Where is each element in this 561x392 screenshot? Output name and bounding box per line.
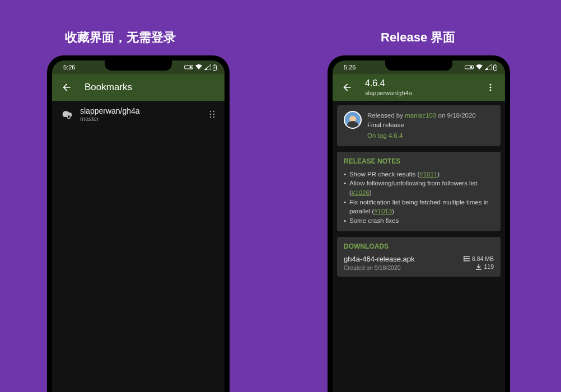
svg-point-1 (190, 66, 192, 68)
battery-icon (493, 64, 497, 71)
status-icons (465, 64, 497, 71)
download-item[interactable]: gh4a-464-release.apk Created on 9/18/202… (344, 255, 494, 271)
download-filename: gh4a-464-release.apk (344, 255, 464, 263)
caption-bookmarks: 收藏界面，无需登录 (65, 29, 176, 46)
release-notes-title: RELEASE NOTES (344, 157, 494, 165)
download-created: Created on 9/18/2020 (344, 264, 464, 271)
status-time: 5:26 (63, 64, 75, 71)
wifi-icon (475, 64, 483, 70)
svg-rect-19 (464, 258, 470, 259)
download-size: 6.84 MB (464, 255, 494, 263)
svg-point-10 (213, 116, 214, 118)
drag-icon (209, 110, 216, 118)
release-version: 4.6.4 (365, 78, 481, 88)
back-button[interactable] (338, 78, 356, 96)
release-tag-link[interactable]: On tag 4.6.4 (367, 131, 476, 141)
page-title: Bookmarks (85, 82, 132, 93)
svg-point-17 (489, 89, 491, 91)
status-bar: 5:26 (52, 60, 225, 74)
vpn-icon (465, 64, 474, 70)
svg-rect-0 (184, 66, 193, 69)
download-icon (476, 264, 481, 270)
svg-rect-22 (476, 269, 481, 270)
status-time: 5:26 (344, 64, 356, 71)
bookmark-name: slapperwan/gh4a (80, 106, 207, 115)
svg-point-8 (213, 114, 214, 115)
status-bar: 5:26 (333, 60, 505, 74)
caption-release: Release 界面 (381, 29, 455, 46)
wifi-icon (195, 64, 203, 70)
release-repo: slapperwan/gh4a (365, 90, 481, 96)
issue-link[interactable]: #1013 (374, 208, 392, 214)
phone-bookmarks: 5:26 Bookmarks slapperwan/gh4a master (47, 55, 230, 392)
release-final-label: Final release (367, 120, 476, 130)
svg-point-12 (470, 66, 473, 68)
bookmark-item[interactable]: slapperwan/gh4a master (52, 101, 225, 128)
svg-point-15 (489, 83, 491, 85)
svg-point-6 (213, 111, 214, 112)
app-bar: 4.6.4 slapperwan/gh4a (333, 74, 505, 101)
downloads-title: DOWNLOADS (344, 242, 494, 250)
svg-point-7 (210, 114, 211, 115)
release-header-card: Released by maniac103 on 9/18/2020 Final… (337, 105, 501, 146)
author-avatar[interactable] (344, 111, 362, 129)
vpn-icon (184, 64, 193, 70)
svg-rect-11 (465, 66, 474, 69)
signal-icon (485, 64, 492, 70)
signal-icon (204, 64, 211, 70)
issue-link[interactable]: #1026 (352, 189, 370, 196)
status-icons (184, 64, 217, 71)
back-button[interactable] (58, 78, 76, 96)
arrow-back-icon (61, 82, 72, 93)
arrow-back-icon (342, 82, 353, 93)
svg-point-16 (489, 86, 491, 88)
issue-link[interactable]: #1011 (419, 171, 437, 178)
release-note-item: •Fix notification list being fetched mul… (344, 198, 494, 216)
download-count: 119 (464, 263, 494, 271)
author-link[interactable]: maniac103 (405, 112, 436, 119)
phone-release: 5:26 4.6.4 slapperwan/gh4a (328, 55, 510, 392)
release-note-item: •Show PR check results (#1011) (344, 170, 494, 179)
release-note-item: •Some crash fixes (344, 216, 494, 226)
svg-point-5 (210, 111, 211, 112)
svg-rect-18 (464, 256, 470, 257)
drag-handle[interactable] (207, 110, 218, 118)
downloads-card: DOWNLOADS gh4a-464-release.apk Created o… (337, 237, 501, 277)
overflow-menu-button[interactable] (481, 78, 499, 96)
bookmark-branch: master (80, 115, 207, 122)
svg-point-9 (210, 116, 211, 118)
repo-icon (59, 109, 76, 119)
release-notes-card: RELEASE NOTES •Show PR check results (#1… (337, 152, 501, 231)
battery-icon (213, 64, 217, 71)
released-by-line: Released by maniac103 on 9/18/2020 (367, 111, 476, 120)
app-bar: Bookmarks (52, 74, 225, 101)
more-vert-icon (486, 83, 495, 92)
size-icon (464, 256, 470, 262)
svg-rect-20 (464, 260, 470, 262)
svg-rect-21 (464, 256, 465, 262)
release-note-item: •Allow following/unfollowing from follow… (344, 179, 494, 197)
